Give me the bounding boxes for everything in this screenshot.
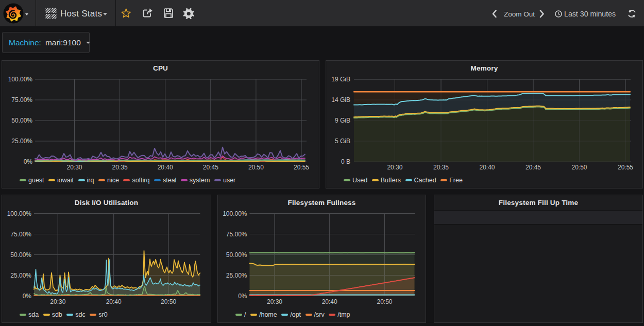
svg-text:20:30: 20:30	[50, 298, 65, 305]
svg-text:20:40: 20:40	[322, 298, 337, 305]
svg-text:20:45: 20:45	[203, 164, 218, 171]
svg-text:25.00%: 25.00%	[11, 138, 32, 145]
svg-text:50.00%: 50.00%	[226, 251, 247, 259]
svg-text:50.00%: 50.00%	[11, 117, 32, 124]
svg-text:20:35: 20:35	[112, 164, 128, 171]
svg-text:20:50: 20:50	[377, 298, 392, 305]
svg-text:100.00%: 100.00%	[7, 210, 32, 217]
svg-text:20:55: 20:55	[618, 164, 633, 171]
svg-text:14 GiB: 14 GiB	[331, 96, 350, 104]
svg-text:0 B: 0 B	[341, 158, 350, 165]
svg-text:20:40: 20:40	[158, 164, 173, 171]
svg-text:20:30: 20:30	[66, 164, 82, 171]
svg-text:75.00%: 75.00%	[11, 96, 32, 104]
svg-text:50.00%: 50.00%	[10, 251, 31, 259]
svg-text:0%: 0%	[24, 158, 33, 165]
svg-text:20:50: 20:50	[571, 164, 587, 171]
svg-text:20:55: 20:55	[294, 164, 309, 171]
svg-text:20:30: 20:30	[267, 298, 282, 305]
svg-text:20:40: 20:40	[106, 298, 122, 305]
svg-text:25.00%: 25.00%	[10, 272, 31, 279]
svg-text:9 GiB: 9 GiB	[335, 117, 350, 124]
svg-text:20:50: 20:50	[161, 298, 176, 305]
svg-text:20:30: 20:30	[387, 164, 402, 171]
svg-text:100.00%: 100.00%	[8, 76, 33, 83]
svg-text:75.00%: 75.00%	[10, 231, 31, 238]
svg-text:100.00%: 100.00%	[223, 210, 247, 217]
svg-text:19 GiB: 19 GiB	[331, 76, 350, 83]
svg-text:0%: 0%	[238, 293, 247, 300]
svg-text:20:35: 20:35	[433, 164, 449, 171]
svg-text:20:40: 20:40	[479, 164, 495, 171]
svg-text:20:50: 20:50	[248, 164, 264, 171]
svg-text:75.00%: 75.00%	[226, 231, 247, 238]
svg-text:25.00%: 25.00%	[226, 272, 247, 279]
svg-text:0%: 0%	[23, 293, 32, 300]
svg-text:5 GiB: 5 GiB	[335, 138, 350, 145]
svg-text:20:45: 20:45	[526, 164, 541, 171]
